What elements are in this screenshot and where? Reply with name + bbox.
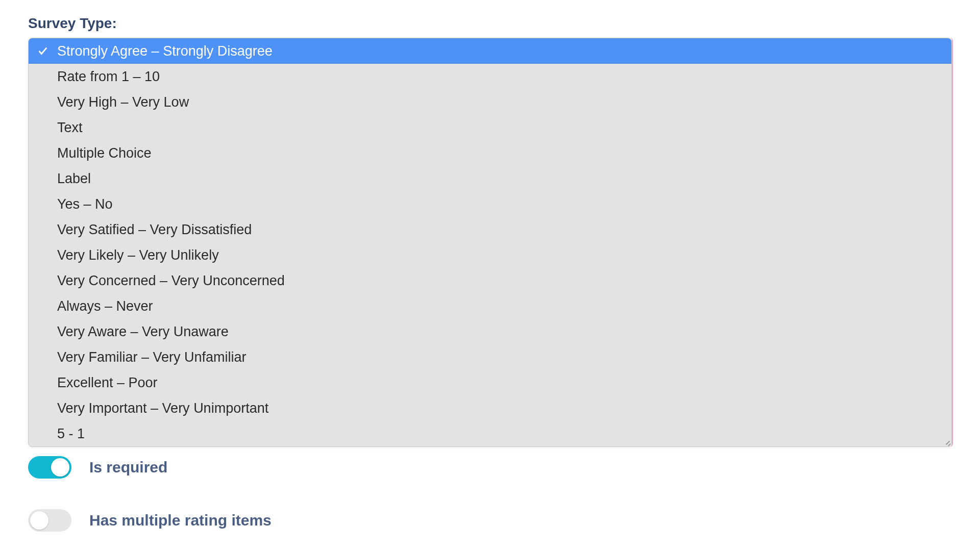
dropdown-option[interactable]: Very Concerned – Very Unconcerned (29, 268, 951, 293)
dropdown-option[interactable]: Very Satified – Very Dissatisfied (29, 217, 951, 242)
dropdown-option[interactable]: Yes – No (29, 191, 951, 217)
is-required-row: Is required (28, 456, 952, 479)
dropdown-option-label: Very Aware – Very Unaware (57, 324, 229, 340)
dropdown-option[interactable]: Very Important – Very Unimportant (29, 395, 951, 421)
dropdown-option-label: Very Important – Very Unimportant (57, 400, 268, 416)
dropdown-option-label: Label (57, 171, 91, 187)
dropdown-option[interactable]: Very Aware – Very Unaware (29, 319, 951, 344)
dropdown-option[interactable]: Very High – Very Low (29, 89, 951, 115)
dropdown-option-label: Strongly Agree – Strongly Disagree (57, 43, 273, 59)
dropdown-option-label: Very High – Very Low (57, 94, 189, 110)
toggle-knob (30, 511, 48, 530)
dropdown-option-label: Very Likely – Very Unlikely (57, 247, 219, 263)
dropdown-option[interactable]: Label (29, 166, 951, 191)
has-multiple-label: Has multiple rating items (89, 512, 272, 529)
dropdown-listbox[interactable]: Strongly Agree – Strongly DisagreeRate f… (28, 38, 952, 447)
dropdown-option-label: Very Satified – Very Dissatisfied (57, 222, 252, 238)
dropdown-option-label: Text (57, 120, 83, 136)
toggle-knob (51, 458, 69, 477)
dropdown-option[interactable]: 5 - 1 (29, 421, 951, 446)
dropdown-option[interactable]: Strongly Agree – Strongly Disagree (29, 38, 951, 64)
dropdown-option-label: Rate from 1 – 10 (57, 69, 160, 85)
has-multiple-toggle[interactable] (28, 509, 71, 532)
dropdown-option[interactable]: Always – Never (29, 293, 951, 319)
dropdown-option-label: Excellent – Poor (57, 375, 158, 391)
dropdown-option[interactable]: Very Likely – Very Unlikely (29, 242, 951, 268)
check-icon (37, 45, 49, 57)
survey-type-label: Survey Type: (28, 15, 952, 32)
dropdown-option[interactable]: Rate from 1 – 10 (29, 64, 951, 89)
is-required-label: Is required (89, 459, 167, 476)
survey-type-dropdown[interactable]: Strongly Agree – Strongly DisagreeRate f… (28, 38, 952, 447)
dropdown-option[interactable]: Text (29, 115, 951, 140)
dropdown-option[interactable]: Multiple Choice (29, 140, 951, 166)
resize-grip-icon[interactable] (944, 439, 951, 446)
dropdown-option-label: 5 - 1 (57, 426, 85, 442)
dropdown-option-label: Very Concerned – Very Unconcerned (57, 273, 285, 289)
dropdown-option[interactable]: Excellent – Poor (29, 370, 951, 395)
dropdown-option-label: Always – Never (57, 298, 153, 314)
dropdown-option-label: Multiple Choice (57, 145, 152, 161)
dropdown-option-label: Very Familiar – Very Unfamiliar (57, 349, 247, 365)
is-required-toggle[interactable] (28, 456, 71, 479)
has-multiple-row: Has multiple rating items (28, 509, 952, 532)
dropdown-option-label: Yes – No (57, 196, 113, 212)
dropdown-option[interactable]: Very Familiar – Very Unfamiliar (29, 344, 951, 370)
